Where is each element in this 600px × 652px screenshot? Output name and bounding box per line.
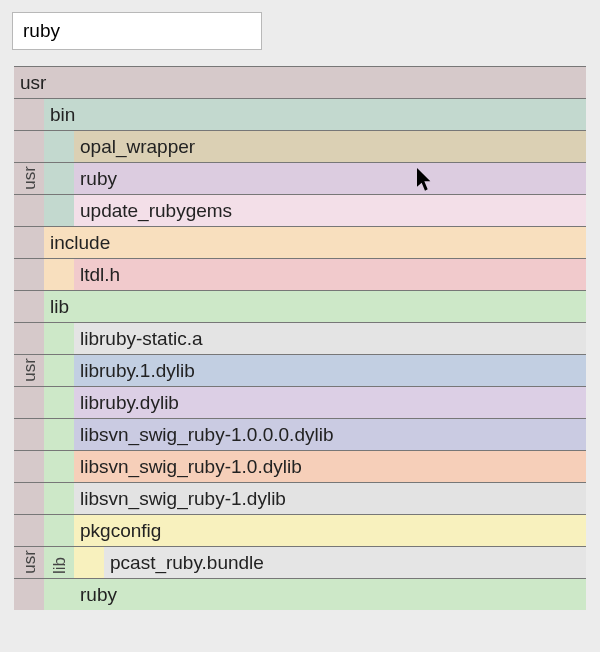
side-label-usr: usr bbox=[14, 547, 44, 578]
file-label: ruby bbox=[74, 163, 586, 194]
folder-label: usr bbox=[14, 67, 46, 98]
folder-label: include bbox=[44, 227, 586, 258]
file-label: update_rubygems bbox=[74, 195, 586, 226]
file-libsvn-1[interactable]: libsvn_swig_ruby-1.dylib bbox=[14, 482, 586, 514]
folder-include[interactable]: include bbox=[14, 226, 586, 258]
file-label: libruby.dylib bbox=[74, 387, 586, 418]
file-label: libsvn_swig_ruby-1.0.0.0.dylib bbox=[74, 419, 586, 450]
file-tree: usr bin opal_wrapper usr ruby update_rub… bbox=[14, 66, 586, 610]
file-ruby-bin[interactable]: usr ruby bbox=[14, 162, 586, 194]
folder-label: ruby bbox=[74, 579, 586, 610]
file-ltdl-h[interactable]: ltdl.h bbox=[14, 258, 586, 290]
folder-label: bin bbox=[44, 99, 586, 130]
file-label: pcast_ruby.bundle bbox=[104, 547, 586, 578]
file-label: libruby-static.a bbox=[74, 323, 586, 354]
file-update-rubygems[interactable]: update_rubygems bbox=[14, 194, 586, 226]
file-pcast-ruby[interactable]: usr lib pcast_ruby.bundle bbox=[14, 546, 586, 578]
file-opal-wrapper[interactable]: opal_wrapper bbox=[14, 130, 586, 162]
file-libruby-dylib[interactable]: libruby.dylib bbox=[14, 386, 586, 418]
file-libruby-static[interactable]: libruby-static.a bbox=[14, 322, 586, 354]
file-label: libruby.1.dylib bbox=[74, 355, 586, 386]
folder-label: pkgconfig bbox=[74, 515, 586, 546]
file-label: libsvn_swig_ruby-1.dylib bbox=[74, 483, 586, 514]
file-label: libsvn_swig_ruby-1.0.dylib bbox=[74, 451, 586, 482]
side-label-lib: lib bbox=[44, 547, 74, 578]
folder-bin[interactable]: bin bbox=[14, 98, 586, 130]
file-libsvn-1000[interactable]: libsvn_swig_ruby-1.0.0.0.dylib bbox=[14, 418, 586, 450]
search-input[interactable] bbox=[12, 12, 262, 50]
folder-usr[interactable]: usr bbox=[14, 66, 586, 98]
folder-pkgconfig[interactable]: pkgconfig bbox=[14, 514, 586, 546]
folder-lib-ruby[interactable]: ruby bbox=[14, 578, 586, 610]
file-label: opal_wrapper bbox=[74, 131, 586, 162]
folder-label: lib bbox=[44, 291, 586, 322]
side-label-usr: usr bbox=[14, 163, 44, 194]
side-label-usr: usr bbox=[14, 355, 44, 386]
file-libruby-1[interactable]: usr libruby.1.dylib bbox=[14, 354, 586, 386]
file-libsvn-10[interactable]: libsvn_swig_ruby-1.0.dylib bbox=[14, 450, 586, 482]
folder-lib[interactable]: lib bbox=[14, 290, 586, 322]
file-label: ltdl.h bbox=[74, 259, 586, 290]
